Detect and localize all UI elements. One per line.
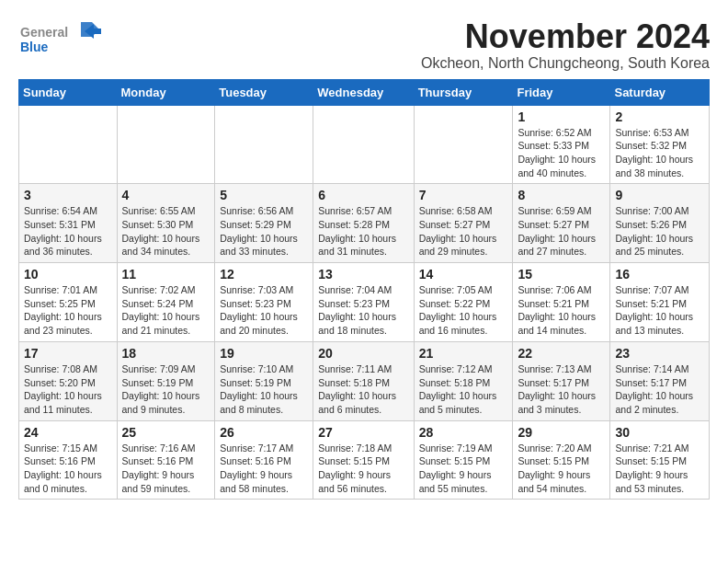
calendar-cell: 9Sunrise: 7:00 AMSunset: 5:26 PMDaylight…	[610, 184, 710, 263]
subtitle: Okcheon, North Chungcheong, South Korea	[421, 55, 710, 72]
calendar-table: Sunday Monday Tuesday Wednesday Thursday…	[18, 79, 710, 500]
day-number: 9	[615, 188, 704, 202]
day-info: Sunrise: 7:17 AMSunset: 5:16 PMDaylight:…	[220, 442, 308, 496]
day-info: Sunrise: 6:52 AMSunset: 5:33 PMDaylight:…	[518, 126, 605, 180]
calendar-cell: 15Sunrise: 7:06 AMSunset: 5:21 PMDayligh…	[513, 263, 610, 342]
page-container: General Blue November 2024 Okcheon, Nort…	[0, 0, 728, 509]
day-number: 16	[615, 267, 704, 282]
calendar-cell	[215, 105, 313, 184]
day-number: 22	[518, 346, 605, 361]
header: General Blue November 2024 Okcheon, Nort…	[18, 18, 710, 72]
day-info: Sunrise: 7:06 AMSunset: 5:21 PMDaylight:…	[518, 283, 605, 338]
day-info: Sunrise: 7:18 AMSunset: 5:15 PMDaylight:…	[318, 442, 408, 496]
day-number: 6	[318, 188, 408, 202]
day-info: Sunrise: 7:02 AMSunset: 5:24 PMDaylight:…	[122, 283, 210, 338]
day-info: Sunrise: 7:15 AMSunset: 5:16 PMDaylight:…	[24, 442, 112, 496]
logo-svg: General Blue	[18, 18, 110, 59]
calendar-cell: 22Sunrise: 7:13 AMSunset: 5:17 PMDayligh…	[513, 341, 610, 420]
day-number: 29	[518, 425, 605, 440]
calendar-header: Sunday Monday Tuesday Wednesday Thursday…	[19, 79, 710, 105]
day-info: Sunrise: 7:19 AMSunset: 5:15 PMDaylight:…	[419, 442, 508, 496]
col-friday: Friday	[513, 79, 610, 105]
day-info: Sunrise: 7:08 AMSunset: 5:20 PMDaylight:…	[24, 362, 112, 417]
day-info: Sunrise: 7:09 AMSunset: 5:19 PMDaylight:…	[122, 362, 210, 417]
calendar-cell: 29Sunrise: 7:20 AMSunset: 5:15 PMDayligh…	[513, 420, 610, 500]
calendar-cell: 20Sunrise: 7:11 AMSunset: 5:18 PMDayligh…	[313, 341, 414, 420]
svg-text:General: General	[20, 25, 68, 40]
day-info: Sunrise: 6:56 AMSunset: 5:29 PMDaylight:…	[220, 204, 308, 259]
col-sunday: Sunday	[19, 79, 118, 105]
logo-general: General Blue	[18, 18, 110, 63]
calendar-cell: 25Sunrise: 7:16 AMSunset: 5:16 PMDayligh…	[117, 420, 215, 500]
day-number: 8	[518, 188, 605, 202]
col-saturday: Saturday	[610, 79, 710, 105]
calendar-cell: 14Sunrise: 7:05 AMSunset: 5:22 PMDayligh…	[414, 263, 513, 342]
col-wednesday: Wednesday	[313, 79, 414, 105]
day-info: Sunrise: 6:53 AMSunset: 5:32 PMDaylight:…	[615, 126, 704, 180]
day-number: 12	[220, 267, 308, 282]
calendar-cell: 4Sunrise: 6:55 AMSunset: 5:30 PMDaylight…	[117, 184, 215, 263]
calendar-week-1: 3Sunrise: 6:54 AMSunset: 5:31 PMDaylight…	[19, 184, 710, 263]
calendar-cell	[313, 105, 414, 184]
day-number: 4	[122, 188, 210, 202]
calendar-cell: 11Sunrise: 7:02 AMSunset: 5:24 PMDayligh…	[117, 263, 215, 342]
day-number: 18	[122, 346, 210, 361]
day-info: Sunrise: 7:04 AMSunset: 5:23 PMDaylight:…	[318, 283, 408, 338]
calendar-week-3: 17Sunrise: 7:08 AMSunset: 5:20 PMDayligh…	[19, 341, 710, 420]
day-number: 20	[318, 346, 408, 361]
calendar-cell: 6Sunrise: 6:57 AMSunset: 5:28 PMDaylight…	[313, 184, 414, 263]
day-number: 5	[220, 188, 308, 202]
col-thursday: Thursday	[414, 79, 513, 105]
day-number: 11	[122, 267, 210, 282]
day-info: Sunrise: 7:01 AMSunset: 5:25 PMDaylight:…	[24, 283, 112, 338]
day-info: Sunrise: 6:58 AMSunset: 5:27 PMDaylight:…	[419, 204, 508, 259]
day-number: 17	[24, 346, 112, 361]
calendar-cell: 13Sunrise: 7:04 AMSunset: 5:23 PMDayligh…	[313, 263, 414, 342]
day-number: 1	[518, 109, 605, 124]
calendar-cell: 10Sunrise: 7:01 AMSunset: 5:25 PMDayligh…	[19, 263, 118, 342]
day-info: Sunrise: 6:59 AMSunset: 5:27 PMDaylight:…	[518, 204, 605, 259]
calendar-cell: 17Sunrise: 7:08 AMSunset: 5:20 PMDayligh…	[19, 341, 118, 420]
calendar-cell: 16Sunrise: 7:07 AMSunset: 5:21 PMDayligh…	[610, 263, 710, 342]
day-info: Sunrise: 7:13 AMSunset: 5:17 PMDaylight:…	[518, 362, 605, 417]
day-number: 21	[419, 346, 508, 361]
col-tuesday: Tuesday	[215, 79, 313, 105]
logo: General Blue	[18, 18, 110, 63]
calendar-body: 1Sunrise: 6:52 AMSunset: 5:33 PMDaylight…	[19, 105, 710, 500]
calendar-cell: 28Sunrise: 7:19 AMSunset: 5:15 PMDayligh…	[414, 420, 513, 500]
calendar-cell: 5Sunrise: 6:56 AMSunset: 5:29 PMDaylight…	[215, 184, 313, 263]
day-info: Sunrise: 7:16 AMSunset: 5:16 PMDaylight:…	[122, 442, 210, 496]
day-info: Sunrise: 7:12 AMSunset: 5:18 PMDaylight:…	[419, 362, 508, 417]
calendar-cell: 27Sunrise: 7:18 AMSunset: 5:15 PMDayligh…	[313, 420, 414, 500]
month-title: November 2024	[421, 18, 710, 55]
day-info: Sunrise: 7:00 AMSunset: 5:26 PMDaylight:…	[615, 204, 704, 259]
calendar-cell: 24Sunrise: 7:15 AMSunset: 5:16 PMDayligh…	[19, 420, 118, 500]
calendar-cell: 12Sunrise: 7:03 AMSunset: 5:23 PMDayligh…	[215, 263, 313, 342]
calendar-cell	[414, 105, 513, 184]
svg-text:Blue: Blue	[20, 40, 49, 54]
day-number: 25	[122, 425, 210, 440]
day-info: Sunrise: 7:07 AMSunset: 5:21 PMDaylight:…	[615, 283, 704, 338]
day-number: 2	[615, 109, 704, 124]
day-number: 26	[220, 425, 308, 440]
calendar-cell	[19, 105, 118, 184]
day-number: 13	[318, 267, 408, 282]
day-number: 7	[419, 188, 508, 202]
day-number: 14	[419, 267, 508, 282]
calendar-cell: 3Sunrise: 6:54 AMSunset: 5:31 PMDaylight…	[19, 184, 118, 263]
day-number: 3	[24, 188, 112, 202]
col-monday: Monday	[117, 79, 215, 105]
calendar-cell: 30Sunrise: 7:21 AMSunset: 5:15 PMDayligh…	[610, 420, 710, 500]
day-number: 27	[318, 425, 408, 440]
header-row: Sunday Monday Tuesday Wednesday Thursday…	[19, 79, 710, 105]
day-info: Sunrise: 6:54 AMSunset: 5:31 PMDaylight:…	[24, 204, 112, 259]
day-info: Sunrise: 7:14 AMSunset: 5:17 PMDaylight:…	[615, 362, 704, 417]
calendar-week-2: 10Sunrise: 7:01 AMSunset: 5:25 PMDayligh…	[19, 263, 710, 342]
day-info: Sunrise: 6:55 AMSunset: 5:30 PMDaylight:…	[122, 204, 210, 259]
calendar-cell: 21Sunrise: 7:12 AMSunset: 5:18 PMDayligh…	[414, 341, 513, 420]
day-info: Sunrise: 7:05 AMSunset: 5:22 PMDaylight:…	[419, 283, 508, 338]
day-info: Sunrise: 7:20 AMSunset: 5:15 PMDaylight:…	[518, 442, 605, 496]
calendar-cell: 23Sunrise: 7:14 AMSunset: 5:17 PMDayligh…	[610, 341, 710, 420]
calendar-cell: 1Sunrise: 6:52 AMSunset: 5:33 PMDaylight…	[513, 105, 610, 184]
calendar-cell: 8Sunrise: 6:59 AMSunset: 5:27 PMDaylight…	[513, 184, 610, 263]
